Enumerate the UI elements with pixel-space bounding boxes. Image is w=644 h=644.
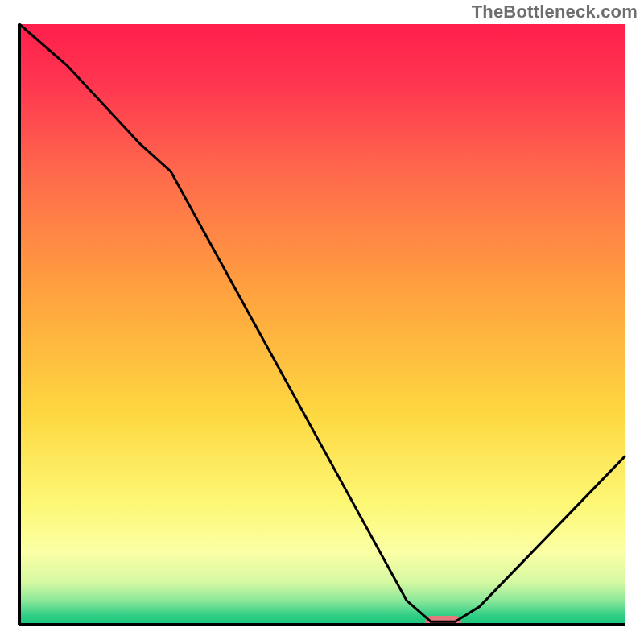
watermark-label: TheBottleneck.com (472, 2, 638, 23)
chart-container: TheBottleneck.com (0, 0, 644, 644)
bottleneck-plot (18, 23, 626, 626)
gradient-background (19, 24, 625, 625)
chart-svg (18, 23, 626, 626)
